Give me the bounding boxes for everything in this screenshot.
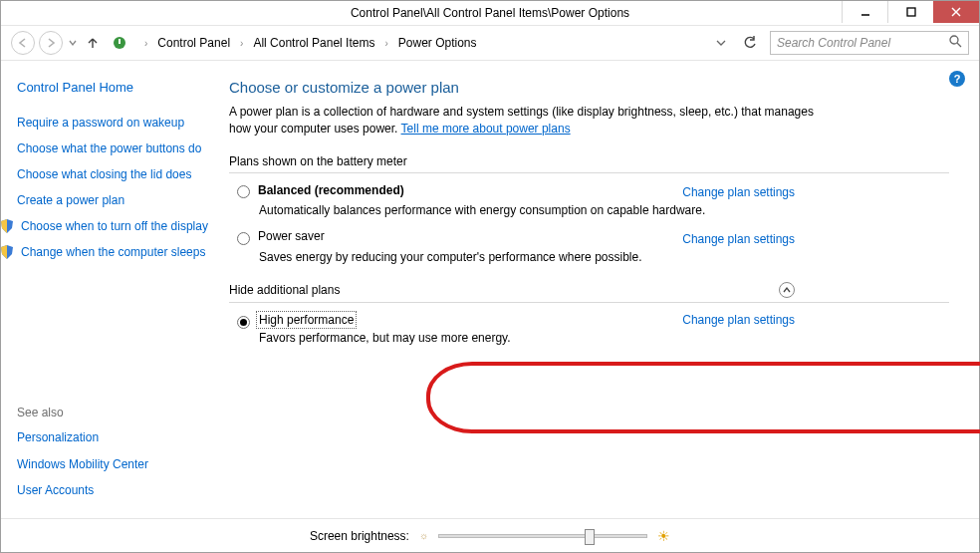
plan-power-saver: Power saver Change plan settings Saves e… bbox=[229, 229, 949, 276]
maximize-button[interactable] bbox=[887, 1, 933, 23]
see-also-link-personalization[interactable]: Personalization bbox=[17, 429, 209, 445]
see-also-heading: See also bbox=[17, 406, 209, 419]
page-heading: Choose or customize a power plan bbox=[229, 79, 949, 96]
plan-name-high-performance: High performance bbox=[258, 313, 355, 327]
refresh-button[interactable] bbox=[740, 36, 760, 50]
minimize-icon bbox=[860, 7, 870, 17]
control-panel-icon bbox=[111, 34, 128, 52]
breadcrumb-item-control-panel[interactable]: Control Panel bbox=[155, 34, 232, 52]
plan-balanced: Balanced (recommended) Change plan setti… bbox=[229, 183, 949, 230]
svg-rect-5 bbox=[119, 39, 121, 44]
breadcrumb-item-power-options[interactable]: Power Options bbox=[396, 34, 479, 52]
chevron-right-icon: › bbox=[144, 38, 147, 49]
hide-additional-row: Hide additional plans bbox=[229, 282, 795, 298]
chevron-right-icon: › bbox=[240, 38, 243, 49]
navbar: › Control Panel › All Control Panel Item… bbox=[1, 25, 979, 61]
plan-name-balanced: Balanced (recommended) bbox=[258, 183, 404, 197]
power-options-icon bbox=[112, 35, 127, 51]
annotation-highlight bbox=[426, 362, 980, 433]
change-settings-link-balanced[interactable]: Change plan settings bbox=[682, 185, 795, 199]
chevron-down-icon bbox=[69, 39, 77, 47]
sidebar-link-closing-lid[interactable]: Choose what closing the lid does bbox=[17, 166, 209, 182]
change-settings-link-high-performance[interactable]: Change plan settings bbox=[682, 313, 795, 327]
divider bbox=[229, 302, 949, 303]
radio-high-performance[interactable] bbox=[237, 316, 250, 329]
close-icon bbox=[951, 7, 961, 17]
collapse-button[interactable] bbox=[779, 282, 795, 298]
footer-brightness: Screen brightness: ☼ ☀ bbox=[1, 518, 979, 552]
see-also: See also Personalization Windows Mobilit… bbox=[17, 406, 209, 508]
learn-more-link[interactable]: Tell me more about power plans bbox=[401, 122, 571, 136]
window-title: Control Panel\All Control Panel Items\Po… bbox=[1, 6, 979, 20]
minimize-button[interactable] bbox=[842, 1, 887, 23]
plan-name-power-saver: Power saver bbox=[258, 229, 325, 243]
sidebar-link-power-buttons[interactable]: Choose what the power buttons do bbox=[17, 140, 209, 156]
slider-thumb[interactable] bbox=[585, 529, 595, 545]
sidebar-link-require-password[interactable]: Require a password on wakeup bbox=[17, 115, 209, 131]
see-also-link-mobility-center[interactable]: Windows Mobility Center bbox=[17, 456, 209, 472]
window-controls bbox=[842, 1, 979, 23]
svg-rect-1 bbox=[907, 8, 915, 16]
recent-dropdown[interactable] bbox=[67, 39, 79, 47]
main-content: Choose or customize a power plan A power… bbox=[215, 61, 979, 518]
sidebar-link-turn-off-display[interactable]: Choose when to turn off the display bbox=[21, 218, 208, 234]
window: Control Panel\All Control Panel Items\Po… bbox=[0, 0, 980, 553]
plans-section-label: Plans shown on the battery meter bbox=[229, 154, 949, 168]
brightness-slider[interactable] bbox=[438, 534, 647, 538]
breadcrumb: › Control Panel › All Control Panel Item… bbox=[138, 34, 479, 52]
address-dropdown[interactable] bbox=[712, 38, 730, 48]
radio-power-saver[interactable] bbox=[237, 232, 250, 245]
divider bbox=[229, 172, 949, 173]
close-button[interactable] bbox=[933, 1, 979, 23]
plan-desc-balanced: Automatically balances performance with … bbox=[259, 203, 717, 217]
maximize-icon bbox=[906, 7, 916, 17]
forward-button[interactable] bbox=[39, 31, 63, 55]
titlebar: Control Panel\All Control Panel Items\Po… bbox=[1, 1, 979, 25]
chevron-down-icon bbox=[716, 38, 726, 48]
hide-additional-label: Hide additional plans bbox=[229, 283, 340, 297]
sidebar-link-home[interactable]: Control Panel Home bbox=[17, 79, 209, 97]
arrow-left-icon bbox=[17, 37, 29, 49]
see-also-link-user-accounts[interactable]: User Accounts bbox=[17, 482, 209, 498]
page-description: A power plan is a collection of hardware… bbox=[229, 104, 817, 138]
sun-bright-icon: ☀ bbox=[657, 528, 670, 544]
up-button[interactable] bbox=[83, 33, 103, 53]
sidebar-link-create-plan[interactable]: Create a power plan bbox=[17, 192, 209, 208]
svg-line-7 bbox=[957, 43, 961, 47]
sidebar: Control Panel Home Require a password on… bbox=[1, 61, 215, 518]
plan-desc-high-performance: Favors performance, but may use more ene… bbox=[259, 331, 717, 345]
chevron-up-icon bbox=[783, 286, 791, 294]
shield-icon bbox=[0, 244, 15, 263]
search-input[interactable]: Search Control Panel bbox=[770, 31, 969, 55]
svg-point-6 bbox=[950, 36, 958, 44]
back-button[interactable] bbox=[11, 31, 35, 55]
shield-icon bbox=[0, 218, 15, 237]
sun-dim-icon: ☼ bbox=[419, 530, 428, 541]
arrow-up-icon bbox=[86, 36, 100, 50]
change-settings-link-power-saver[interactable]: Change plan settings bbox=[682, 232, 795, 246]
breadcrumb-item-all-items[interactable]: All Control Panel Items bbox=[251, 34, 376, 52]
plan-high-performance: High performance Change plan settings Fa… bbox=[229, 313, 949, 358]
radio-balanced[interactable] bbox=[237, 185, 250, 198]
plan-desc-power-saver: Saves energy by reducing your computer's… bbox=[259, 250, 717, 264]
refresh-icon bbox=[743, 36, 757, 50]
brightness-label: Screen brightness: bbox=[310, 529, 409, 543]
search-icon bbox=[949, 35, 962, 51]
arrow-right-icon bbox=[45, 37, 57, 49]
search-placeholder: Search Control Panel bbox=[777, 36, 890, 50]
chevron-right-icon: › bbox=[384, 38, 387, 49]
sidebar-link-computer-sleeps[interactable]: Change when the computer sleeps bbox=[21, 244, 205, 260]
body: ? Control Panel Home Require a password … bbox=[1, 61, 979, 518]
